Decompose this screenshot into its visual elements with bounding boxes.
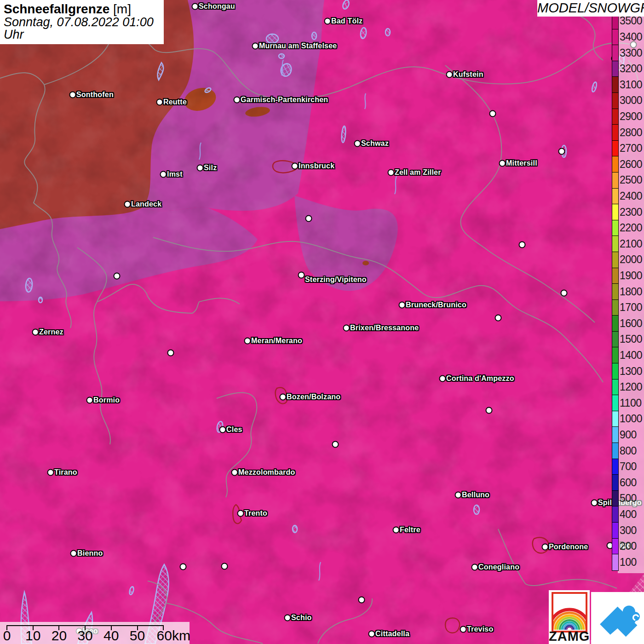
city-label: Meran/Merano: [251, 337, 302, 345]
colorbar-segment: [612, 220, 618, 236]
colorbar-segment: [612, 141, 618, 157]
colorbar-segment: [612, 156, 618, 172]
city-dot: [399, 302, 406, 309]
city-dot: [69, 92, 76, 98]
city-dot: [499, 160, 506, 167]
city-dot: [561, 290, 568, 297]
city-dot: [298, 272, 305, 279]
city-dot: [197, 165, 204, 172]
city-dot: [519, 242, 526, 248]
colorbar-segment: [612, 427, 618, 443]
zamg-logo: ZAMG: [549, 590, 590, 644]
city-dot: [244, 338, 251, 345]
city-dot: [160, 171, 167, 178]
scalebar-label: 20: [52, 628, 67, 644]
city-dot: [591, 500, 598, 506]
city-label: Cles: [226, 426, 242, 434]
city-label: Garmisch-Partenkirchen: [241, 96, 328, 104]
colorbar-segment: [612, 506, 618, 523]
city-label: Innsbruck: [299, 162, 334, 170]
city-dot: [280, 394, 287, 401]
city-dot: [86, 397, 93, 404]
colorbar-segment: [612, 189, 618, 205]
city-dot: [354, 140, 361, 147]
city-dot: [460, 626, 467, 633]
city-dot: [343, 325, 350, 332]
city-dot: [237, 510, 244, 517]
city-dot: [231, 469, 238, 476]
colorbar-segment: [612, 475, 618, 491]
city-label: Tirano: [54, 468, 77, 477]
colorbar-segment: [612, 172, 618, 189]
city-dot: [439, 375, 446, 382]
city-label: Bozen/Bolzano: [287, 393, 340, 401]
city-dot: [32, 329, 39, 336]
city-label: Bruneck/Brunico: [406, 301, 466, 309]
colorbar-segment: [612, 125, 618, 141]
map-title: Schneefallgrenze [m]: [4, 2, 160, 16]
colorbar-segment: [612, 300, 618, 316]
city-dot: [156, 99, 163, 106]
colorbar-segment: [612, 109, 618, 125]
city-dot: [495, 315, 502, 322]
colorbar-segment: [612, 363, 618, 380]
colorbar-segment: [612, 539, 618, 555]
city-dot: [388, 169, 395, 176]
scalebar-label: 0: [3, 628, 11, 644]
zamg-logo-text: ZAMG: [549, 629, 590, 644]
city-label: Zernez: [39, 328, 63, 336]
city-dot: [252, 43, 259, 50]
scalebar-label: 10: [25, 628, 40, 644]
colorbar-segment: [612, 491, 618, 507]
city-dot: [446, 71, 453, 78]
colorbar-segment: [612, 380, 618, 396]
city-label: Bad Tölz: [331, 17, 362, 25]
city-label: Treviso: [467, 625, 493, 633]
city-dot: [368, 631, 375, 638]
colorbar: [612, 13, 619, 571]
colorbar-segment: [612, 316, 618, 332]
city-dot: [284, 615, 291, 621]
colorbar-segment: [612, 77, 618, 93]
city-label: Schwaz: [361, 139, 389, 148]
city-markers-layer: SchongauBad TölzKemptenMurnau am Staffel…: [0, 0, 644, 644]
city-dot: [305, 215, 312, 222]
city-dot: [124, 201, 131, 208]
colorbar-segment: [612, 395, 618, 411]
city-dot: [542, 544, 549, 551]
snowgrid-map-screenshot: SchongauBad TölzKemptenMurnau am Staffel…: [0, 0, 644, 644]
city-label: Brixen/Bressanone: [350, 324, 419, 332]
city-dot: [486, 407, 493, 414]
colorbar-segment: [612, 236, 618, 252]
city-label: Reutte: [163, 98, 187, 106]
scalebar-label: 60km: [157, 628, 190, 644]
city-label: Cittadella: [375, 630, 409, 638]
city-label: Pordenone: [549, 543, 588, 551]
city-label: Mittersill: [506, 159, 537, 167]
city-dot: [234, 97, 241, 104]
city-dot: [47, 469, 54, 476]
colorbar-segment: [612, 332, 618, 348]
city-label: Bormio: [93, 396, 120, 404]
colorbar-segment: [612, 459, 618, 475]
colorbar-segment: [612, 29, 618, 46]
city-label: Murnau am Staffelsee: [259, 42, 337, 50]
zamg-rainbow-icon: [552, 592, 587, 632]
title-box: Schneefallgrenze [m] Sonntag, 07.08.2022…: [0, 0, 164, 44]
city-dot: [167, 350, 174, 356]
city-dot: [192, 3, 199, 10]
city-label: Sonthofen: [76, 91, 114, 99]
city-dot: [324, 18, 331, 25]
city-label: Schongau: [199, 2, 235, 11]
city-label: Mezzolombardo: [238, 468, 295, 477]
colorbar-segment: [612, 284, 618, 300]
colorbar-segment: [612, 204, 618, 220]
city-dot: [393, 527, 400, 534]
city-dot: [558, 148, 565, 155]
city-dot: [358, 597, 365, 604]
colorbar-segment: [612, 523, 618, 539]
city-label: Feltre: [400, 526, 420, 534]
city-label: Sterzing/Vipiteno: [305, 276, 367, 284]
city-label: Zell am Ziller: [395, 168, 441, 177]
city-label: Trento: [244, 509, 267, 518]
